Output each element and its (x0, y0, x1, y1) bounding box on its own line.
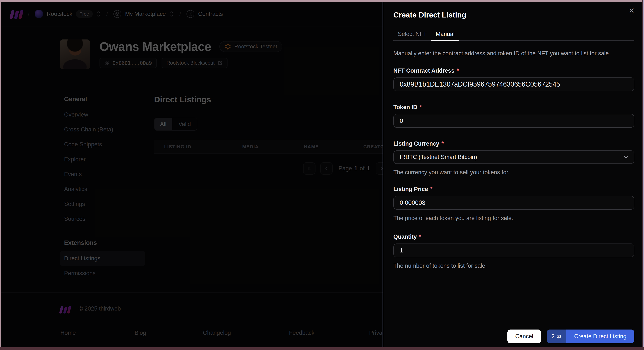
quantity-helper-text: The number of tokens to list for sale. (393, 263, 634, 269)
drawer-actions: Cancel 2 ⇄ Create Direct Listing (508, 330, 634, 343)
window-frame-right-edge (643, 0, 644, 350)
price-helper-text: The price of each token you are listing … (393, 215, 634, 222)
drawer-tabs: Select NFT Manual (393, 29, 634, 38)
listing-price-field: Listing Price * The price of each token … (393, 185, 634, 222)
required-asterisk: * (430, 186, 432, 193)
tab-manual[interactable]: Manual (431, 29, 459, 38)
contract-address-field: NFT Contract Address * (393, 67, 634, 91)
token-id-field: Token ID * (393, 103, 634, 128)
drawer-description: Manually enter the contract address and … (393, 49, 634, 57)
listing-currency-label: Listing Currency (393, 140, 439, 147)
swap-icon: ⇄ (557, 333, 562, 340)
modal-overlay[interactable] (0, 0, 383, 350)
contract-address-input[interactable] (393, 77, 634, 91)
app-screen: / Rootstock Free / My Marketplace / Cont… (0, 0, 644, 350)
listing-currency-field: Listing Currency * tRBTC (Testnet Smart … (393, 140, 634, 176)
create-direct-listing-drawer: ✕ Create Direct Listing Select NFT Manua… (382, 2, 642, 348)
required-asterisk: * (442, 140, 444, 147)
create-listing-button[interactable]: Create Direct Listing (566, 330, 634, 343)
cancel-button[interactable]: Cancel (508, 330, 541, 343)
tabs-divider (393, 40, 634, 41)
currency-helper-text: The currency you want to sell your token… (393, 169, 634, 176)
tab-select-nft[interactable]: Select NFT (393, 29, 431, 38)
window-frame-right (642, 0, 643, 350)
quantity-field: Quantity * The number of tokens to list … (393, 233, 634, 269)
close-icon[interactable]: ✕ (628, 6, 635, 15)
token-id-label: Token ID (393, 104, 418, 111)
currency-select[interactable]: tRBTC (Testnet Smart Bitcoin) (393, 150, 634, 164)
currency-select-value: tRBTC (Testnet Smart Bitcoin) (400, 154, 477, 160)
required-asterisk: * (457, 67, 459, 74)
gas-count: 2 (552, 333, 555, 340)
listing-price-label: Listing Price (393, 186, 428, 193)
listing-price-input[interactable] (393, 196, 634, 210)
required-asterisk: * (420, 104, 422, 111)
quantity-label: Quantity (393, 233, 417, 240)
drawer-title: Create Direct Listing (393, 11, 634, 19)
required-asterisk: * (419, 233, 421, 240)
contract-address-label: NFT Contract Address (393, 67, 454, 74)
token-id-input[interactable] (393, 114, 634, 128)
quantity-input[interactable] (393, 244, 634, 257)
chevron-down-icon (623, 155, 629, 159)
gas-estimate-button[interactable]: 2 ⇄ (547, 330, 566, 343)
